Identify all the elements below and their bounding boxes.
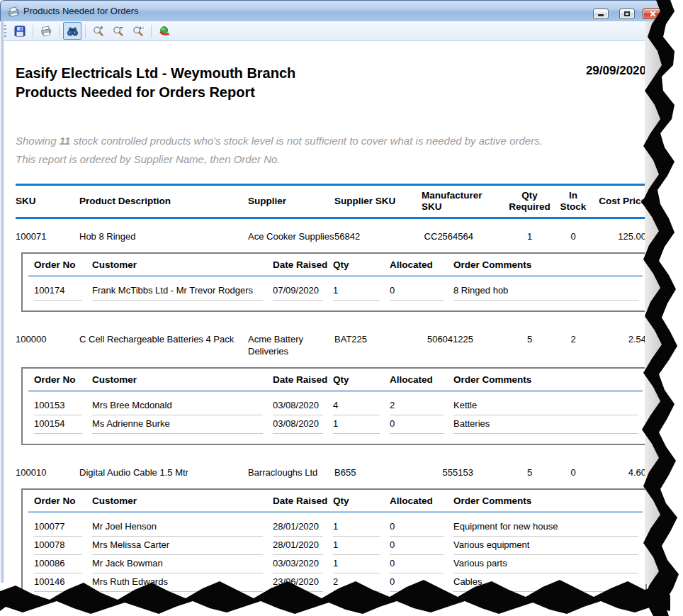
orders-rows: 100077 Mr Joel Henson 28/01/2020 1 0 Equ…: [34, 521, 640, 592]
orders-header-row: Order No Customer Date Raised Qty Alloca…: [34, 259, 640, 271]
product-supplier-sku: 56842: [334, 230, 422, 242]
close-button[interactable]: [643, 9, 662, 19]
order-no: 100153: [34, 400, 82, 415]
product-block: 100071 Hob 8 Ringed Ace Cooker Supplies …: [16, 219, 646, 312]
order-no: 100078: [34, 539, 82, 555]
product-block: 100010 Digital Audio Cable 1.5 Mtr Barra…: [16, 455, 646, 603]
col-sku: SKU: [16, 196, 79, 207]
col-in-stock: In Stock: [556, 190, 590, 213]
refresh-button[interactable]: [155, 22, 174, 40]
report-window-icon: [6, 6, 21, 17]
order-row: 100154 Ms Adrienne Burke 03/08/2020 1 0 …: [34, 418, 640, 434]
orders-header-rule: [28, 390, 643, 392]
minimize-button[interactable]: [593, 9, 609, 19]
subcol-qty: Qty: [333, 495, 390, 507]
subcol-order-comments: Order Comments: [453, 374, 640, 386]
order-date-raised: 23/06/2020: [273, 576, 323, 592]
col-cost-price: Cost Price: [590, 196, 646, 207]
subcol-allocated: Allocated: [390, 374, 453, 386]
order-qty: 4: [333, 400, 380, 415]
product-sku: 100010: [16, 466, 79, 478]
order-comments: Batteries: [453, 418, 638, 434]
order-customer: Mrs Bree Mcdonald: [92, 400, 263, 415]
col-supplier-sku: Supplier SKU: [334, 196, 422, 207]
screenshot-root: { "window": { "title": "Products Needed …: [0, 0, 683, 616]
order-allocated: 2: [390, 400, 444, 415]
subcol-qty: Qty: [333, 374, 390, 386]
orders-rows: 100153 Mrs Bree Mcdonald 03/08/2020 4 2 …: [34, 400, 640, 434]
products-header-row: SKU Product Description Supplier Supplie…: [16, 184, 646, 219]
col-manufacturer-sku: Manufacturer SKU: [422, 190, 503, 213]
product-cost-price: 2.54: [590, 333, 646, 357]
product-supplier: Barracloughs Ltd: [248, 466, 334, 478]
product-supplier: Ace Cooker Supplies: [248, 230, 334, 242]
order-comments: Cables: [453, 576, 638, 592]
report-viewer: 29/09/2020 Easify Electricals Ltd - Weym…: [4, 41, 646, 613]
subcol-allocated: Allocated: [390, 495, 453, 507]
order-row: 100153 Mrs Bree Mcdonald 03/08/2020 4 2 …: [34, 400, 640, 415]
summary-line-2: This report is ordered by Supplier Name,…: [16, 150, 646, 169]
order-customer: Ms Adrienne Burke: [92, 418, 263, 434]
toolbar-separator: [151, 25, 152, 38]
orders-subtable: Order No Customer Date Raised Qty Alloca…: [21, 252, 647, 312]
product-qty-required: 5: [503, 333, 556, 357]
minimize-icon: [598, 14, 604, 16]
zoom-out-button[interactable]: [109, 22, 128, 40]
zoom-in-button[interactable]: [89, 22, 108, 40]
product-manufacturer-sku: 555153: [422, 466, 503, 478]
order-comments: Various parts: [453, 558, 638, 573]
product-description: Digital Audio Cable 1.5 Mtr: [79, 466, 248, 478]
orders-header-rule: [28, 511, 643, 513]
find-button[interactable]: [63, 22, 81, 40]
order-date-raised: 03/03/2020: [273, 558, 323, 573]
toolbar-grip[interactable]: [4, 25, 6, 37]
maximize-icon: [624, 11, 630, 16]
product-qty-required: 5: [503, 466, 556, 478]
report-title-line: Products Needed for Orders Report: [16, 83, 646, 102]
subcol-allocated: Allocated: [390, 259, 453, 271]
save-button[interactable]: [11, 22, 29, 40]
window-titlebar[interactable]: Products Needed for Orders: [0, 0, 683, 21]
product-description: Hob 8 Ringed: [79, 230, 248, 242]
toolbar-separator: [33, 25, 33, 38]
col-qty-required: Qty Required: [503, 190, 556, 213]
orders-header-row: Order No Customer Date Raised Qty Alloca…: [34, 374, 640, 386]
product-supplier: Acme Battery Deliveries: [248, 333, 334, 357]
order-customer: Mr Joel Henson: [92, 521, 263, 537]
order-customer: Mr Jack Bowman: [92, 558, 263, 573]
maximize-button[interactable]: [619, 9, 635, 19]
product-manufacturer-sku: 506041225: [422, 333, 503, 357]
order-comments: Equipment for new house: [453, 521, 638, 537]
order-customer: Frank McTibbs Ltd - Mr Trevor Rodgers: [92, 285, 263, 301]
order-row: 100078 Mrs Melissa Carter 28/01/2020 1 0…: [34, 539, 640, 555]
zoom-out-icon: [113, 26, 124, 37]
close-icon: [643, 9, 662, 18]
report-title: Easify Electricals Ltd - Weymouth Branch…: [16, 64, 646, 102]
print-icon: [40, 26, 52, 37]
order-comments: 8 Ringed hob: [453, 285, 638, 301]
report-date: 29/09/2020: [586, 64, 646, 78]
product-cost-price: 4.60: [590, 466, 646, 478]
product-row: 100071 Hob 8 Ringed Ace Cooker Supplies …: [16, 219, 646, 252]
product-row: 100010 Digital Audio Cable 1.5 Mtr Barra…: [16, 455, 646, 488]
col-supplier: Supplier: [248, 196, 334, 207]
order-date-raised: 03/08/2020: [273, 400, 323, 415]
binoculars-icon: [67, 26, 79, 37]
report-company-line: Easify Electricals Ltd - Weymouth Branch: [16, 64, 646, 83]
order-qty: 1: [333, 558, 380, 573]
order-date-raised: 03/08/2020: [273, 418, 323, 434]
order-row: 100086 Mr Jack Bowman 03/03/2020 1 0 Var…: [34, 558, 640, 573]
order-allocated: 0: [390, 285, 444, 301]
product-in-stock: 0: [556, 466, 590, 478]
zoom-actual-size-button[interactable]: 1:1: [129, 22, 147, 40]
order-customer: Mrs Melissa Carter: [92, 539, 263, 555]
product-cost-price: 125.00: [590, 230, 646, 242]
subcol-order-no: Order No: [34, 495, 92, 507]
subcol-qty: Qty: [333, 259, 390, 271]
product-sku: 100000: [16, 333, 79, 357]
order-no: 100154: [34, 418, 82, 434]
subcol-date-raised: Date Raised: [273, 374, 333, 386]
product-supplier-sku: B655: [334, 466, 422, 478]
toolbar-separator: [85, 25, 86, 38]
print-button[interactable]: [37, 22, 55, 40]
